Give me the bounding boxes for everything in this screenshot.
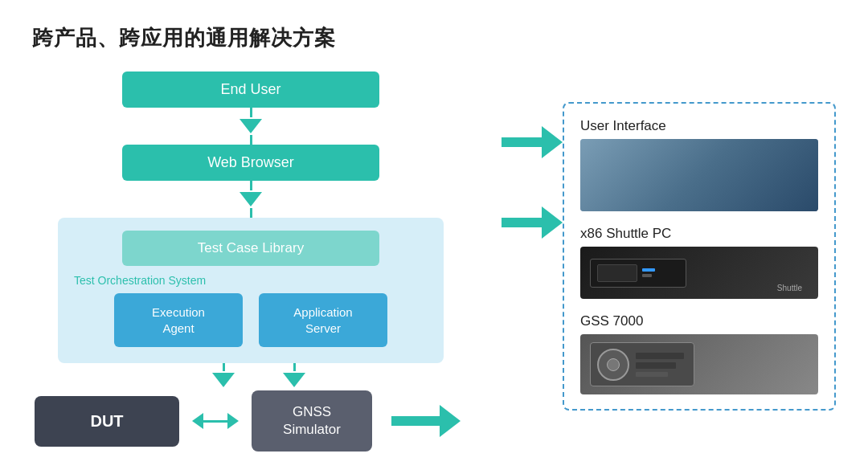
gnss-to-right-arrow <box>391 405 461 437</box>
application-server-box: Application Server <box>259 293 387 347</box>
arrow-app-to-gnss <box>283 363 305 389</box>
end-user-box: End User <box>122 72 379 108</box>
arrow-head <box>240 192 262 206</box>
gss-image <box>580 334 818 394</box>
right-item-pc: x86 Shuttle PC <box>580 226 818 299</box>
web-browser-box: Web Browser <box>122 145 379 181</box>
pc-label: x86 Shuttle PC <box>580 226 818 242</box>
pc-brand: Shuttle <box>777 284 802 292</box>
arrow-stem <box>250 181 252 190</box>
tos-label: Test Orchestration System <box>74 274 206 287</box>
gnss-box: GNSS Simulator <box>252 390 372 452</box>
test-case-library-box: Test Case Library <box>122 231 379 266</box>
right-section: User Interface S <box>502 72 836 411</box>
main-layout: End User Web Browser Test Case Library <box>32 72 836 452</box>
dut-gnss-double-arrow <box>192 413 239 429</box>
arrows-column <box>502 102 563 296</box>
right-item-gss: GSS 7000 <box>580 313 818 394</box>
right-panel-with-arrows: User Interface S <box>502 102 836 411</box>
arrow-stem <box>250 108 252 117</box>
arrow-end-user-to-browser <box>240 108 262 145</box>
ui-label: User Interface <box>580 118 818 134</box>
arrow-to-ui <box>502 126 563 158</box>
right-panel: User Interface S <box>563 102 836 411</box>
bottom-row: DUT GNSS Simulator <box>35 390 467 452</box>
page-title: 跨产品、跨应用的通用解决方案 <box>32 24 836 52</box>
arrow-stem <box>250 208 252 218</box>
left-diagram: End User Web Browser Test Case Library <box>32 72 469 452</box>
gss-label: GSS 7000 <box>580 313 818 329</box>
dut-box: DUT <box>35 396 179 447</box>
page-container: 跨产品、跨应用的通用解决方案 End User Web Browser <box>0 0 868 474</box>
arrow-stem <box>250 135 252 145</box>
arrows-to-bottom <box>58 363 444 389</box>
tos-container: Test Case Library Test Orchestration Sys… <box>58 218 444 363</box>
pc-image: Shuttle <box>580 247 818 299</box>
arrow-browser-to-lib <box>240 181 262 218</box>
execution-agent-box: Execution Agent <box>114 293 243 347</box>
arrow-exec-to-dut <box>212 363 235 389</box>
right-item-ui: User Interface S <box>580 118 818 211</box>
ui-screenshot: S <box>580 139 818 211</box>
arrow-head <box>240 119 262 133</box>
agent-row: Execution Agent Application Server <box>74 293 428 347</box>
arrow-to-pc <box>502 206 563 239</box>
